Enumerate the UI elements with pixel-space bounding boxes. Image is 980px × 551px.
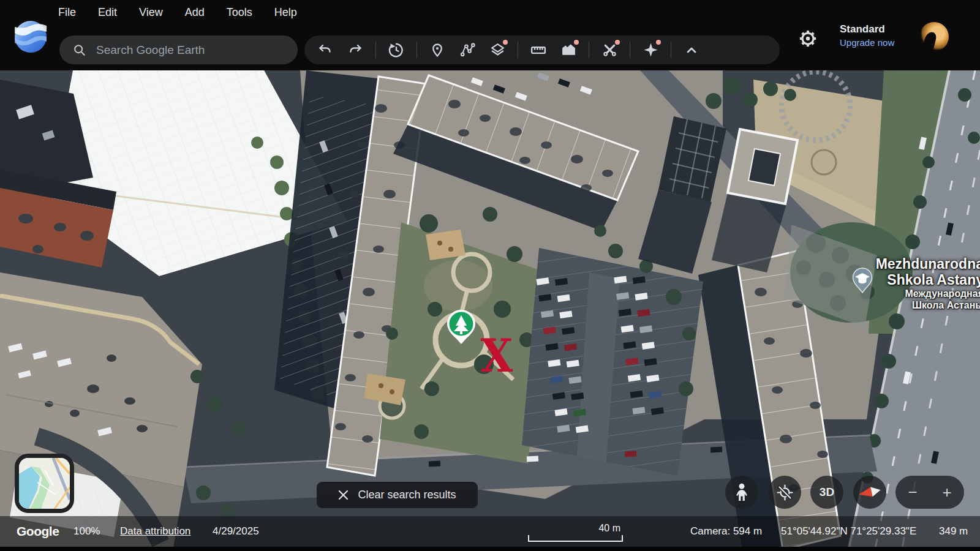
toolbar-divider — [375, 42, 376, 58]
google-wordmark: Google — [17, 524, 59, 539]
account-plan: Standard Upgrade now — [840, 23, 894, 48]
overview-minimap[interactable] — [15, 454, 74, 513]
layers-icon — [490, 42, 505, 58]
ruler-icon — [530, 42, 546, 58]
compass-needle-icon — [858, 480, 882, 504]
bottom-edge — [0, 547, 980, 551]
zoom-out-button[interactable]: − — [900, 483, 925, 502]
pin-icon — [430, 43, 445, 58]
toolbar — [304, 36, 780, 64]
redo-button[interactable] — [343, 38, 368, 62]
undo-icon — [318, 43, 333, 58]
toolbar-divider — [417, 42, 417, 58]
menu-bar: File Edit View Add Tools Help — [58, 6, 297, 19]
notification-dot — [656, 40, 661, 45]
plan-label: Standard — [840, 23, 894, 36]
scale-bar — [528, 535, 623, 542]
measure-button[interactable] — [526, 38, 551, 62]
my-location-button[interactable] — [768, 476, 801, 509]
toolbar-divider — [630, 42, 630, 58]
google-earth-logo-icon[interactable] — [15, 21, 47, 53]
toolbar-divider — [589, 42, 589, 58]
top-bar: File Edit View Add Tools Help — [0, 0, 980, 70]
zoom-control: − + — [895, 476, 964, 509]
snapshot-icon — [561, 42, 576, 58]
toolbar-divider — [518, 42, 518, 58]
menu-edit[interactable]: Edit — [98, 6, 117, 19]
menu-view[interactable]: View — [139, 6, 163, 19]
notification-dot — [615, 40, 620, 45]
status-bar: Google 100% Data attribution 4/29/2025 4… — [0, 516, 980, 547]
menu-add[interactable]: Add — [185, 6, 205, 19]
tree-marker-pin[interactable] — [445, 309, 477, 345]
notification-dot — [574, 40, 579, 45]
place-name-localized: Школа Астаны — [876, 299, 980, 311]
redo-icon — [348, 43, 363, 58]
menu-tools[interactable]: Tools — [227, 6, 252, 19]
collapse-toolbar-button[interactable] — [679, 38, 704, 62]
close-icon — [338, 490, 349, 500]
terrain-elevation: 349 m — [939, 525, 968, 538]
place-name-line: Shkola Astany — [876, 272, 980, 288]
3d-label: 3D — [820, 485, 834, 499]
settings-gear-icon — [799, 29, 817, 48]
camera-altitude: Camera: 594 m — [690, 525, 762, 538]
add-placemark-button[interactable] — [425, 38, 450, 62]
imagery-date: 4/29/2025 — [213, 525, 259, 538]
imagery-quality-percent: 100% — [74, 525, 100, 538]
place-name-line: Mezhdunarodna — [876, 256, 980, 272]
undo-button[interactable] — [313, 38, 337, 62]
settings-button[interactable] — [796, 26, 820, 51]
pegman-icon — [734, 483, 750, 501]
compass-button[interactable] — [853, 476, 886, 509]
avatar[interactable] — [919, 22, 949, 51]
pegman-button[interactable] — [725, 476, 758, 509]
clear-search-label: Clear search results — [358, 489, 456, 501]
upgrade-link[interactable]: Upgrade now — [840, 37, 894, 48]
map-viewport[interactable]: X Mezhdunarodna Shkola Astany Международ… — [0, 70, 980, 551]
x-marker[interactable]: X — [478, 334, 516, 378]
location-disabled-icon — [777, 484, 793, 501]
ai-feature-button[interactable] — [638, 38, 663, 62]
history-icon — [388, 42, 404, 58]
snapshot-button[interactable] — [556, 38, 581, 62]
minimap-content — [19, 458, 70, 509]
chevron-up-icon — [684, 43, 699, 58]
school-pin-icon[interactable] — [852, 268, 873, 293]
layers-button[interactable] — [485, 38, 510, 62]
place-label: Mezhdunarodna Shkola Astany Международна… — [876, 256, 980, 311]
clear-search-results-button[interactable]: Clear search results — [317, 482, 478, 508]
notification-dot — [503, 40, 508, 45]
search-input[interactable] — [96, 43, 280, 57]
scale-label: 40 m — [528, 523, 620, 534]
search-icon — [73, 43, 86, 57]
historical-imagery-button[interactable] — [384, 38, 409, 62]
path-icon — [460, 42, 475, 58]
menu-file[interactable]: File — [58, 6, 76, 19]
place-name-localized: Международная — [876, 288, 980, 299]
edit-tools-icon — [602, 42, 617, 58]
zoom-in-button[interactable]: + — [935, 483, 959, 502]
google-earth-window: File Edit View Add Tools Help — [0, 0, 980, 551]
data-attribution-link[interactable]: Data attribution — [120, 525, 190, 538]
search-bar[interactable] — [59, 36, 298, 64]
menu-help[interactable]: Help — [274, 6, 297, 19]
toolbar-divider — [671, 42, 671, 58]
3d-toggle-button[interactable]: 3D — [810, 476, 843, 509]
edit-tools-button[interactable] — [597, 38, 622, 62]
cursor-coordinates: 51°05'44.92"N 71°25'29.33"E — [781, 525, 916, 538]
ai-sparkle-icon — [643, 42, 658, 58]
draw-path-button[interactable] — [455, 38, 480, 62]
